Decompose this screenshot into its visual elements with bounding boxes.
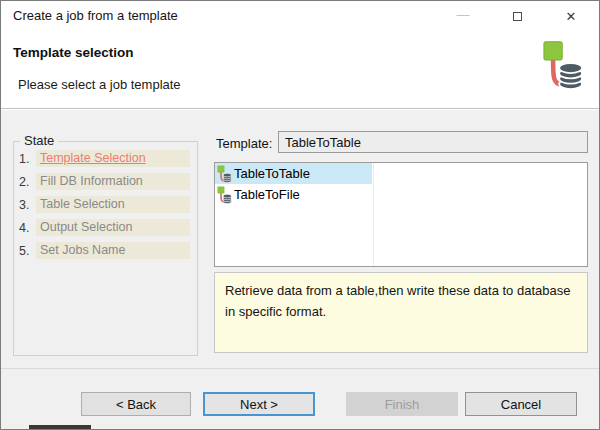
template-field-label: Template: — [216, 136, 272, 151]
caption-buttons: — ✕ — [436, 1, 598, 31]
cancel-button[interactable]: Cancel — [465, 392, 577, 416]
template-description: Retrieve data from a table,then write th… — [214, 272, 588, 353]
step-number: 3. — [19, 198, 36, 212]
minimize-button[interactable]: — — [436, 1, 490, 31]
list-item-tabletofile[interactable]: TableToFile — [215, 184, 372, 205]
step-number: 5. — [19, 244, 36, 258]
wizard-header: Template selection Please select a job t… — [1, 31, 599, 109]
step-number: 2. — [19, 175, 36, 189]
step-number: 4. — [19, 221, 36, 235]
step-label: Table Selection — [36, 196, 190, 213]
step-label: Set Jobs Name — [36, 242, 190, 259]
state-panel-title: State — [20, 133, 58, 148]
titlebar: Create a job from a template — ✕ — [1, 1, 599, 31]
wizard-step-set-jobs-name: 5. Set Jobs Name — [19, 242, 190, 259]
job-template-icon — [542, 39, 584, 91]
close-icon: ✕ — [566, 10, 577, 23]
maximize-icon — [513, 12, 522, 21]
page-title: Template selection — [13, 45, 134, 60]
finish-button[interactable]: Finish — [346, 392, 458, 416]
step-label: Output Selection — [36, 219, 190, 236]
next-button[interactable]: Next > — [203, 392, 315, 416]
window-title: Create a job from a template — [13, 1, 178, 31]
list-column-divider — [373, 163, 374, 266]
maximize-button[interactable] — [490, 1, 544, 31]
list-item-label: TableToFile — [234, 187, 300, 202]
back-button[interactable]: < Back — [81, 392, 191, 416]
job-template-icon — [217, 186, 232, 204]
background-window-artifact — [29, 425, 91, 429]
wizard-step-table-selection: 3. Table Selection — [19, 196, 190, 213]
job-template-icon — [217, 165, 232, 183]
wizard-step-fill-db-information: 2. Fill DB Information — [19, 173, 190, 190]
minimize-icon: — — [457, 8, 470, 21]
wizard-dialog: Create a job from a template — ✕ Templat… — [0, 0, 600, 430]
list-item-label: TableToTable — [234, 166, 310, 181]
wizard-step-template-selection: 1. Template Selection — [19, 150, 190, 167]
wizard-step-output-selection: 4. Output Selection — [19, 219, 190, 236]
step-label: Fill DB Information — [36, 173, 190, 190]
wizard-content: State 1. Template Selection 2. Fill DB I… — [1, 110, 599, 368]
template-list[interactable]: TableToTable TableToFile — [214, 162, 588, 267]
close-button[interactable]: ✕ — [544, 1, 598, 31]
button-bar: < Back Next > Finish Cancel — [1, 368, 599, 429]
step-number: 1. — [19, 152, 36, 166]
wizard-steps: 1. Template Selection 2. Fill DB Informa… — [14, 142, 197, 259]
state-panel: State 1. Template Selection 2. Fill DB I… — [13, 141, 198, 356]
page-subtitle: Please select a job template — [18, 77, 181, 92]
template-name-field[interactable] — [278, 131, 588, 153]
step-label: Template Selection — [36, 150, 190, 167]
list-item-tabletotable[interactable]: TableToTable — [215, 163, 372, 184]
